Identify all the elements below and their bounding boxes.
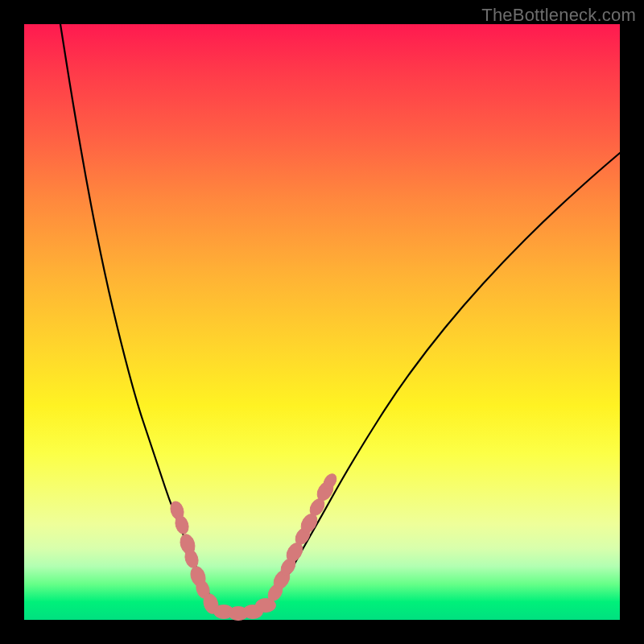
bead-markers [168,472,339,621]
watermark-text: TheBottleneck.com [481,5,636,26]
chart-overlay [24,24,620,620]
bottleneck-curve [60,24,620,613]
outer-frame: TheBottleneck.com [0,0,644,644]
